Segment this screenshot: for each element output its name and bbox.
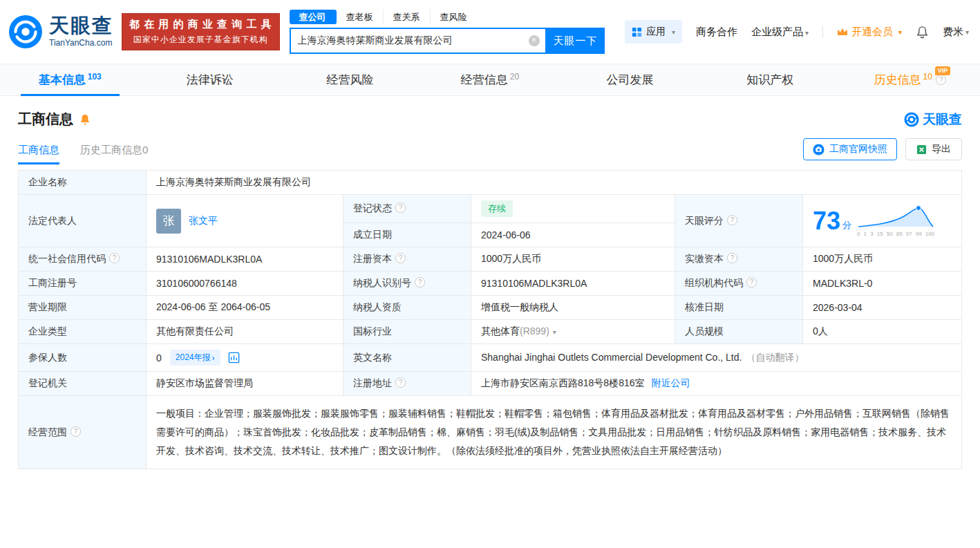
industry-label: 国标行业 [343, 320, 471, 344]
nav-business-cooperation[interactable]: 商务合作 [696, 26, 737, 39]
notifications-bell-icon[interactable] [916, 26, 929, 39]
establish-date-value: 2024-06-06 [471, 223, 675, 247]
legal-rep-value: 张 张文平 [147, 195, 343, 247]
help-icon[interactable]: ? [395, 377, 406, 388]
help-icon[interactable]: ? [415, 277, 425, 287]
enterprise-label: 企业级产品 [751, 26, 803, 37]
company-nav-tabbar: 基本信息103 法律诉讼 经营风险 经营信息20 公司发展 知识产权 历史信息1… [0, 64, 980, 96]
company-name-value: 上海京海奥特莱斯商业发展有限公司 [147, 171, 962, 195]
subscribe-bell-icon[interactable] [79, 113, 91, 126]
chevron-down-icon: ▾ [965, 28, 969, 36]
tab-label: 基本信息 [39, 72, 86, 88]
annual-report-badge[interactable]: 2024年报› [170, 350, 220, 366]
logo-text: 天眼查 [49, 16, 113, 36]
score-axis-ticks: 0131550859799100 [857, 231, 934, 237]
score-label: 天眼评分? [675, 195, 803, 247]
username: 费米 [943, 26, 963, 39]
score-distribution-chart: 0131550859799100 [857, 205, 934, 237]
snapshot-button-label: 工商官网快照 [829, 143, 887, 155]
credit-code-value: 91310106MADLK3RL0A [147, 247, 343, 272]
tab-intellectual-property[interactable]: 知识产权 [700, 64, 840, 95]
subtab-business-info[interactable]: 工商信息 [18, 144, 59, 164]
table-row: 企业名称 上海京海奥特莱斯商业发展有限公司 [19, 171, 962, 195]
search-button[interactable]: 天眼一下 [547, 28, 605, 54]
tianyancha-logo-icon [8, 15, 43, 49]
address-label: 注册地址? [343, 372, 471, 396]
chevron-down-icon: ▾ [898, 28, 902, 36]
nearby-companies-link[interactable]: 附近公司 [652, 377, 690, 388]
help-icon[interactable]: ? [395, 202, 406, 213]
tab-operation-info[interactable]: 经营信息20 [420, 64, 560, 95]
tab-count: 10 [923, 72, 932, 82]
vip-badge: VIP [935, 66, 951, 75]
official-snapshot-button[interactable]: 工商官网快照 [803, 138, 897, 160]
export-button[interactable]: 导出 [905, 138, 962, 160]
tab-label: 知识产权 [746, 72, 793, 88]
apps-menu-button[interactable]: 应用 ▾ [625, 20, 682, 44]
chevron-down-icon: ▾ [672, 28, 675, 36]
help-icon[interactable]: ? [727, 253, 737, 263]
business-scope-label: 经营范围? [19, 396, 147, 469]
help-icon[interactable]: ? [109, 253, 120, 263]
excel-icon [916, 144, 927, 155]
reg-number-value: 310106000766148 [147, 272, 343, 296]
legal-rep-label: 法定代表人 [19, 195, 147, 247]
org-code-value: MADLK3RL-0 [803, 272, 962, 296]
business-term-label: 营业期限 [19, 296, 147, 320]
tab-label: 经营信息 [461, 72, 508, 88]
report-building-icon [227, 351, 241, 364]
taxpayer-id-label: 纳税人识别号? [343, 272, 471, 296]
site-logo[interactable]: 天眼查 TianYanCha.com [8, 15, 113, 49]
snapshot-camera-icon [813, 144, 824, 155]
score-unit: 分 [842, 219, 851, 232]
annual-report-icon[interactable] [227, 351, 241, 364]
chevron-down-icon: ▾ [805, 29, 809, 37]
tab-history-info[interactable]: 历史信息10 VIP ? [840, 64, 980, 95]
search-tab-company[interactable]: 查公司 [290, 10, 337, 25]
crown-icon [837, 28, 848, 36]
chevron-down-icon[interactable]: ▾ [553, 328, 556, 336]
table-row: 企业类型 其他有限责任公司 国标行业 其他体育(R899)▾ 人员规模 0人 [19, 320, 962, 344]
nav-enterprise-products[interactable]: 企业级产品▾ [751, 26, 809, 39]
bell-icon [916, 26, 929, 39]
industry-value: 其他体育(R899)▾ [471, 320, 675, 344]
tab-company-development[interactable]: 公司发展 [560, 64, 700, 95]
company-type-label: 企业类型 [19, 320, 147, 344]
tab-legal-litigation[interactable]: 法律诉讼 [140, 64, 281, 95]
insured-count-value: 0 2024年报› [147, 344, 343, 372]
search-tab-boss[interactable]: 查老板 [337, 10, 384, 25]
search-tab-risk[interactable]: 查风险 [431, 10, 477, 25]
subtab-history-business-info[interactable]: 历史工商信息0 [80, 144, 148, 164]
watermark-text: 天眼查 [923, 111, 962, 129]
legal-rep-avatar[interactable]: 张 [156, 209, 181, 234]
section-header: 工商信息 天眼查 [0, 96, 980, 129]
search-input[interactable] [290, 28, 547, 54]
legal-rep-name-link[interactable]: 张文平 [189, 215, 218, 227]
auto-translate-note: （自动翻译） [746, 352, 804, 363]
tab-basic-info[interactable]: 基本信息103 [0, 64, 140, 95]
table-row: 营业期限 2024-06-06 至 2064-06-05 纳税人资质 增值税一般… [19, 296, 962, 320]
nav-open-vip[interactable]: 开通会员 ▾ [837, 26, 902, 39]
reg-capital-value: 1000万人民币 [471, 247, 675, 272]
help-icon[interactable]: ? [746, 277, 757, 287]
top-nav: 应用 ▾ 商务合作 企业级产品▾ 开通会员 ▾ 费米 ▾ [625, 20, 969, 44]
org-code-label: 组织机构代码? [675, 272, 803, 296]
help-icon[interactable]: ? [395, 253, 406, 263]
business-scope-value: 一般项目：企业管理；服装服饰批发；服装服饰零售；服装辅料销售；鞋帽批发；鞋帽零售… [147, 396, 962, 469]
search-tab-relation[interactable]: 查关系 [384, 10, 431, 25]
help-icon[interactable]: ? [727, 215, 737, 225]
reg-capital-label: 注册资本? [343, 247, 471, 272]
tab-operation-risk[interactable]: 经营风险 [280, 64, 420, 95]
tab-count: 103 [88, 72, 102, 82]
slogan-line2: 国家中小企业发展子基金旗下机构 [129, 34, 272, 46]
slogan-line1: 都 在 用 的 商 业 查 询 工 具 [129, 18, 272, 31]
user-menu[interactable]: 费米 ▾ [943, 26, 969, 39]
credit-code-label: 统一社会信用代码? [19, 247, 147, 272]
score-curve [857, 205, 934, 228]
industry-code: (R899) [520, 325, 549, 337]
help-icon[interactable]: ? [936, 75, 946, 85]
paid-capital-label: 实缴资本? [675, 247, 803, 272]
help-icon[interactable]: ? [70, 426, 81, 437]
tab-label: 公司发展 [607, 72, 654, 88]
clear-search-icon[interactable]: × [529, 35, 540, 46]
